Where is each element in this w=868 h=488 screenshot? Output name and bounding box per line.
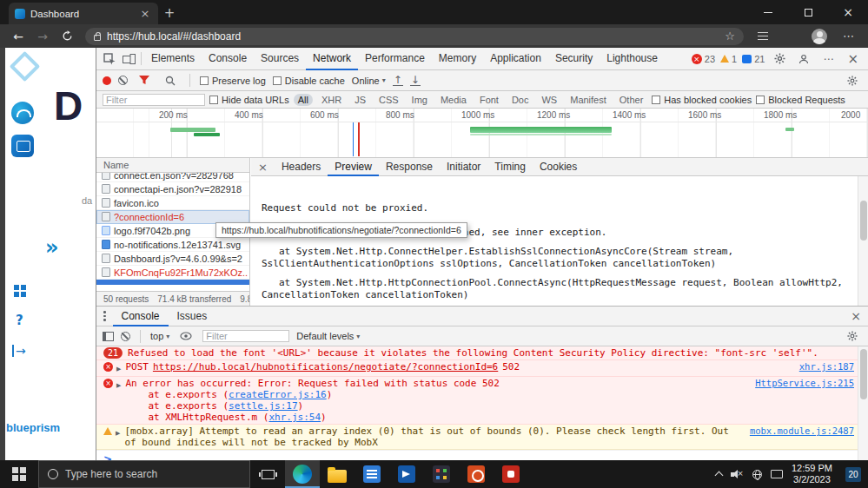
detail-tab-cookies[interactable]: Cookies	[533, 158, 584, 176]
checkbox-icon[interactable]	[200, 76, 209, 85]
filter-funnel-icon[interactable]	[135, 72, 154, 89]
notification-center-button[interactable]: 20	[841, 460, 865, 488]
disable-cache-checkbox[interactable]: Disable cache	[273, 76, 345, 86]
source-location-link[interactable]: createError.js:16	[229, 389, 327, 400]
detail-tab-timing[interactable]: Timing	[487, 158, 533, 176]
request-row[interactable]: no-notifications.12e13741.svg	[96, 238, 249, 252]
filter-pill-media[interactable]: Media	[436, 94, 471, 106]
live-expression-eye-icon[interactable]	[176, 327, 195, 345]
help-icon[interactable]	[16, 313, 23, 328]
close-drawer-icon[interactable]	[844, 309, 868, 323]
drawer-tab-issues[interactable]: Issues	[169, 307, 216, 326]
hide-data-urls-checkbox[interactable]: Hide data URLs	[209, 95, 289, 105]
request-row[interactable]: Dashboard.js?v=4.6.0.99&s=2	[96, 252, 249, 266]
filter-pill-css[interactable]: CSS	[374, 94, 403, 106]
start-button[interactable]	[0, 460, 38, 488]
scrollbar-thumb[interactable]	[860, 349, 867, 399]
detail-tab-preview[interactable]: Preview	[328, 158, 379, 176]
console-settings-gear-icon[interactable]	[843, 327, 862, 345]
taskbar-file-explorer-button[interactable]	[320, 460, 354, 488]
filter-pill-other[interactable]: Other	[615, 94, 648, 106]
task-view-button[interactable]	[250, 460, 285, 488]
favorite-star-icon[interactable]	[725, 30, 735, 43]
detail-tab-headers[interactable]: Headers	[275, 158, 328, 176]
javascript-context-dropdown[interactable]: top	[150, 331, 169, 341]
issues-count-badge[interactable]: 21	[742, 54, 765, 64]
source-location-link[interactable]: HttpService.js:215	[746, 378, 854, 389]
devtools-tab-application[interactable]: Application	[483, 48, 548, 70]
expand-arrow-icon[interactable]	[116, 380, 121, 392]
devtools-tab-elements[interactable]: Elements	[144, 48, 202, 70]
clear-network-log-icon[interactable]	[118, 76, 128, 85]
settings-gear-icon[interactable]	[770, 50, 789, 68]
taskbar-edge-button[interactable]	[285, 460, 320, 488]
request-row[interactable]: favicon.ico	[96, 196, 249, 210]
hidden-icons-chevron[interactable]	[714, 472, 723, 480]
minimize-button[interactable]	[748, 0, 788, 24]
expand-arrow-icon[interactable]	[116, 364, 121, 375]
taskbar-pinned-app-5[interactable]	[494, 460, 528, 488]
source-location-link[interactable]: xhr.js:54	[268, 412, 321, 423]
network-settings-gear-icon[interactable]	[843, 72, 862, 89]
request-row-partial[interactable]	[96, 280, 249, 285]
url-text[interactable]: https://hub.local/#/dashboard	[107, 30, 719, 43]
has-blocked-cookies-checkbox[interactable]: Has blocked cookies	[652, 95, 752, 105]
app-nav-dashboard-icon[interactable]	[11, 102, 34, 124]
preview-scrollbar[interactable]	[858, 176, 868, 306]
detail-tab-initiator[interactable]: Initiator	[440, 158, 487, 176]
export-har-icon[interactable]	[393, 76, 403, 86]
import-har-icon[interactable]	[410, 76, 421, 86]
blocked-requests-checkbox[interactable]: Blocked Requests	[756, 95, 845, 105]
source-location-link[interactable]: xhr.js:187	[791, 361, 854, 373]
taskbar-pinned-app-4[interactable]	[459, 460, 494, 488]
devtools-tab-console[interactable]: Console	[202, 48, 254, 70]
filter-pill-js[interactable]: JS	[350, 94, 370, 106]
inspect-element-icon[interactable]	[100, 50, 119, 68]
network-icon[interactable]	[752, 470, 762, 479]
devtools-tab-sources[interactable]: Sources	[254, 48, 306, 70]
search-network-icon[interactable]	[161, 72, 180, 89]
browser-menu-icon[interactable]	[836, 30, 861, 43]
source-location-link[interactable]: mobx.module.js:2487	[741, 425, 854, 437]
favorites-bar-icon[interactable]	[758, 32, 768, 41]
browser-tab[interactable]: Dashboard	[9, 3, 158, 24]
console-filter-input[interactable]: Filter	[202, 330, 289, 342]
taskbar-pinned-app-3[interactable]	[424, 460, 459, 488]
apps-grid-icon[interactable]	[14, 285, 26, 297]
more-tools-icon[interactable]	[103, 311, 106, 321]
clear-console-icon[interactable]	[121, 332, 130, 341]
console-error-message[interactable]: An error has occurred: Error: Request fa…	[96, 377, 868, 425]
url-bar[interactable]: https://hub.local/#/dashboard	[85, 28, 744, 45]
console-error-message[interactable]: 21 Refused to load the font '<URL>' beca…	[96, 346, 868, 360]
request-url-link[interactable]: https://hub.local/hubnotifications/negot…	[153, 361, 498, 373]
network-timeline-overview[interactable]: 200 ms 400 ms 600 ms 800 ms 1000 ms 1200…	[96, 109, 868, 158]
expand-arrow-icon[interactable]	[116, 428, 120, 439]
logout-icon[interactable]	[12, 345, 26, 357]
record-network-log-icon[interactable]	[103, 76, 111, 85]
console-prompt[interactable]	[96, 450, 868, 460]
checkbox-icon[interactable]	[273, 76, 282, 85]
devtools-tab-lighthouse[interactable]: Lighthouse	[600, 48, 665, 70]
taskbar-search-input[interactable]: Type here to search	[38, 460, 250, 488]
console-sidebar-icon[interactable]	[103, 332, 114, 341]
filter-pill-all[interactable]: All	[294, 94, 313, 106]
source-location-link[interactable]: settle.js:17	[229, 400, 297, 412]
filter-pill-ws[interactable]: WS	[537, 94, 561, 106]
warning-count-badge[interactable]: 1	[720, 54, 737, 64]
device-toolbar-icon[interactable]	[119, 50, 138, 68]
filter-pill-xhr[interactable]: XHR	[317, 94, 346, 106]
forward-button[interactable]	[31, 26, 54, 47]
detail-tab-response[interactable]: Response	[379, 158, 440, 176]
maximize-button[interactable]	[788, 0, 828, 24]
drawer-tab-console[interactable]: Console	[113, 307, 169, 326]
app-nav-item-icon[interactable]	[11, 135, 34, 157]
tab-close-icon[interactable]	[138, 7, 152, 20]
devtools-tab-security[interactable]: Security	[548, 48, 600, 70]
more-options-icon[interactable]	[818, 50, 838, 68]
new-tab-button[interactable]	[158, 3, 181, 24]
filter-pill-doc[interactable]: Doc	[507, 94, 533, 106]
devtools-tab-performance[interactable]: Performance	[358, 48, 432, 70]
console-error-message[interactable]: POSThttps://hub.local/hubnotifications/n…	[96, 360, 868, 377]
console-warning-message[interactable]: [mobx.array] Attempt to read an array in…	[96, 425, 868, 450]
checkbox-icon[interactable]	[209, 96, 218, 104]
